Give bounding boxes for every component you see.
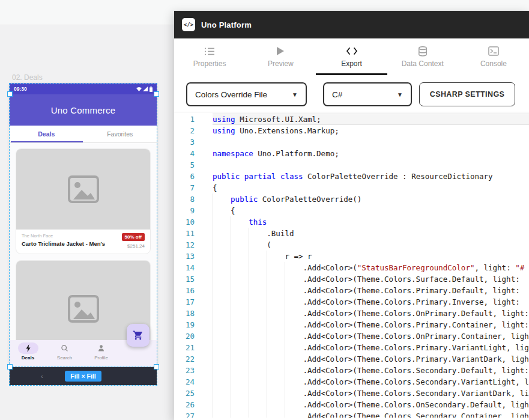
product-card[interactable]: The North Face Carto Triclimate Jacket -… <box>16 148 151 254</box>
product-info: The North Face Carto Triclimate Jacket -… <box>16 230 150 254</box>
code-line: 27.Add<Color>(Theme.Colors.Secondary.Con… <box>174 410 529 418</box>
tab-data-context[interactable]: Data Context <box>387 38 458 75</box>
code-editor[interactable]: 1using Microsoft.UI.Xaml;2using Uno.Exte… <box>174 112 529 418</box>
code-text: { <box>213 182 529 193</box>
nav-item-search[interactable]: Search <box>46 342 83 367</box>
status-icons <box>136 87 153 92</box>
code-text: public partial class ColorPaletteOverrid… <box>213 171 529 182</box>
line-number: 15 <box>174 273 202 285</box>
line-number: 1 <box>174 114 202 125</box>
panel-header: </> Uno Platform <box>174 11 529 38</box>
language-dropdown[interactable]: C# ▼ <box>323 82 412 106</box>
code-text: .Add<Color>(Theme.Colors.OnPrimary.Defau… <box>213 308 529 319</box>
code-text: .Add<Color>(Theme.Colors.Primary.Variant… <box>213 342 529 353</box>
selection-handle[interactable] <box>154 364 159 370</box>
line-number: 20 <box>174 330 202 342</box>
wifi-icon <box>136 87 142 92</box>
artboard-label: 02. Deals <box>12 73 43 82</box>
panel-tab-bar: Properties Preview Export Data Context C… <box>174 38 529 75</box>
nav-item-profile[interactable]: Profile <box>83 342 119 367</box>
line-number: 27 <box>174 410 202 418</box>
line-number: 14 <box>174 262 202 273</box>
code-line: 26.Add<Color>(Theme.Colors.OnSecondary.D… <box>174 399 529 410</box>
product-name: Carto Triclimate Jacket - Men's <box>22 240 105 247</box>
artboard-size-bar: ‹ Fill × Fill <box>10 367 157 385</box>
code-line: 14.Add<Color>("StatusBarForegroundColor"… <box>174 262 529 273</box>
selection-handle[interactable] <box>7 364 13 370</box>
export-icon <box>346 46 358 56</box>
tab-favorites[interactable]: Favorites <box>83 126 157 142</box>
line-number: 17 <box>174 296 202 308</box>
tab-export[interactable]: Export <box>316 38 387 75</box>
code-line: 5 <box>174 159 529 171</box>
code-text <box>213 136 529 148</box>
code-line: 15.Add<Color>(Theme.Colors.Surface.Defau… <box>174 273 529 285</box>
product-image-placeholder <box>16 149 150 230</box>
line-number: 4 <box>174 148 202 159</box>
data-context-icon <box>418 46 428 56</box>
battery-icon <box>150 87 153 92</box>
code-line: 18.Add<Color>(Theme.Colors.OnPrimary.Def… <box>174 308 529 319</box>
panel-title: Uno Platform <box>201 20 252 29</box>
profile-icon <box>97 344 105 352</box>
code-text: .Build <box>213 228 529 239</box>
line-number: 26 <box>174 399 202 410</box>
code-text: .Add<Color>(Theme.Colors.Surface.Default… <box>213 273 529 285</box>
code-text: using Uno.Extensions.Markup; <box>213 125 529 136</box>
size-badge[interactable]: Fill × Fill <box>65 371 101 382</box>
code-line: 10this <box>174 216 529 228</box>
code-text: this <box>213 216 529 228</box>
chevron-down-icon: ▼ <box>397 91 403 98</box>
image-placeholder-icon <box>67 294 100 324</box>
selection-handle[interactable] <box>154 91 159 97</box>
line-number: 19 <box>174 319 202 330</box>
phone-artboard[interactable]: 09:30 Uno Commerce Deals Favorites The <box>10 84 157 367</box>
code-line: 20.Add<Color>(Theme.Colors.OnPrimary.Con… <box>174 330 529 342</box>
code-text: .Add<Color>(Theme.Colors.OnSecondary.Def… <box>213 399 529 410</box>
phone-status-bar: 09:30 <box>10 84 157 94</box>
tab-preview[interactable]: Preview <box>245 38 316 75</box>
export-file-dropdown-value: Colors Override File <box>195 90 267 99</box>
tab-label: Properties <box>193 59 226 68</box>
nav-item-deals[interactable]: Deals <box>10 342 46 367</box>
cart-fab-button[interactable] <box>127 324 150 347</box>
code-line: 8public ColorPaletteOverride() <box>174 193 529 205</box>
tab-properties[interactable]: Properties <box>174 38 245 75</box>
code-line: 7{ <box>174 182 529 193</box>
line-number: 11 <box>174 228 202 239</box>
language-dropdown-value: C# <box>332 90 342 99</box>
nav-label: Search <box>57 355 72 361</box>
tab-deals[interactable]: Deals <box>10 126 83 142</box>
search-icon <box>61 344 68 352</box>
line-number: 13 <box>174 251 202 262</box>
code-text: .Add<Color>(Theme.Colors.Secondary.Defau… <box>213 365 529 376</box>
code-text: namespace Uno.Platform.Demo; <box>213 148 529 159</box>
code-text: .Add<Color>(Theme.Colors.OnPrimary.Conta… <box>213 330 529 342</box>
properties-icon <box>204 46 215 56</box>
code-line: 6public partial class ColorPaletteOverri… <box>174 171 529 182</box>
line-number: 18 <box>174 308 202 319</box>
line-number: 3 <box>174 136 202 148</box>
deals-list: The North Face Carto Triclimate Jacket -… <box>10 143 157 340</box>
code-text: .Add<Color>("StatusBarForegroundColor", … <box>213 262 529 273</box>
active-tab-underline <box>11 141 83 142</box>
selection-handle[interactable] <box>7 91 13 97</box>
code-text: .Add<Color>(Theme.Colors.Primary.Default… <box>213 285 529 296</box>
discount-badge: 50% off <box>122 233 145 241</box>
cart-icon <box>133 330 144 341</box>
line-number: 6 <box>174 171 202 182</box>
uno-platform-panel: </> Uno Platform Properties Preview Expo… <box>174 11 529 420</box>
code-line: 19.Add<Color>(Theme.Colors.Primary.Conta… <box>174 319 529 330</box>
code-text: { <box>213 205 529 216</box>
code-line: 12( <box>174 239 529 251</box>
status-time: 09:30 <box>14 86 27 92</box>
export-file-dropdown[interactable]: Colors Override File ▼ <box>186 82 307 106</box>
code-text <box>213 159 529 171</box>
chevron-left-icon[interactable]: ‹ <box>41 373 43 380</box>
csharp-settings-button[interactable]: CSHARP SETTINGS <box>419 82 515 106</box>
code-line: 2using Uno.Extensions.Markup; <box>174 125 529 136</box>
tab-console[interactable]: Console <box>458 38 529 75</box>
line-number: 21 <box>174 342 202 353</box>
code-text: .Add<Color>(Theme.Colors.Primary.Variant… <box>213 353 529 365</box>
nav-label: Profile <box>94 355 108 361</box>
